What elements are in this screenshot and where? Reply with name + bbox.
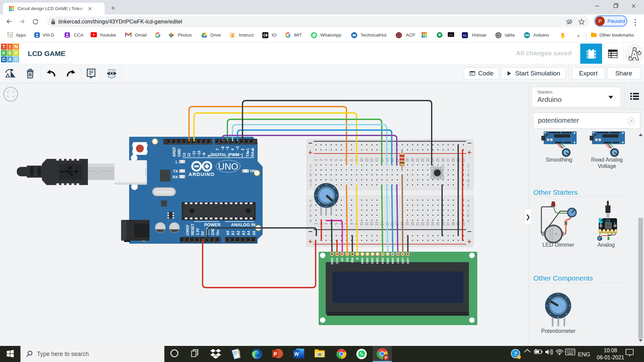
svg-text:A2: A2: [236, 231, 240, 235]
svg-text:A4: A4: [247, 231, 251, 235]
svg-text:23: 23: [426, 158, 430, 162]
svg-text:GND: GND: [330, 258, 334, 265]
svg-text:DB3: DB3: [376, 258, 379, 264]
svg-text:RS: RS: [345, 258, 349, 262]
svg-text:A: A: [8, 57, 12, 62]
svg-text:b: b: [467, 213, 470, 218]
svg-text:h: h: [310, 172, 312, 177]
svg-text:7: 7: [215, 148, 219, 150]
svg-text:POWER: POWER: [204, 222, 221, 227]
svg-text:SPK16.000G: SPK16.000G: [156, 190, 172, 194]
svg-text:12: 12: [370, 158, 374, 162]
svg-text:g: g: [467, 177, 470, 182]
svg-text:8: 8: [350, 159, 354, 161]
svg-text:?: ?: [514, 351, 517, 357]
svg-text:R: R: [14, 50, 18, 56]
svg-text:RESET: RESET: [191, 223, 195, 235]
svg-text:2: 2: [319, 159, 323, 161]
svg-text:~3: ~3: [235, 146, 239, 150]
svg-text:20: 20: [411, 158, 415, 162]
svg-text:DB4: DB4: [381, 258, 384, 264]
svg-text:UNO: UNO: [218, 162, 238, 172]
svg-text:T: T: [2, 44, 5, 49]
svg-text:LED: LED: [401, 258, 405, 264]
svg-text:1: 1: [314, 159, 318, 161]
svg-text:K: K: [2, 50, 6, 56]
svg-text:RX◂0: RX◂0: [251, 148, 255, 157]
svg-text:20: 20: [411, 222, 415, 226]
svg-text:19: 19: [406, 222, 409, 226]
svg-text:~5: ~5: [225, 146, 229, 150]
svg-text:d: d: [310, 203, 312, 208]
svg-text:i: i: [468, 168, 469, 173]
svg-text:ARDUINO: ARDUINO: [189, 172, 215, 177]
svg-text:V0: V0: [340, 258, 344, 261]
svg-text:~9: ~9: [202, 153, 206, 157]
svg-text:IFTTT: IFTTT: [449, 34, 453, 36]
svg-text:IOREF: IOREF: [185, 224, 190, 235]
svg-text:12: 12: [187, 153, 191, 157]
svg-text:4: 4: [230, 148, 234, 150]
svg-text:TX: TX: [173, 169, 178, 173]
svg-text:L: L: [175, 160, 178, 164]
svg-text:13: 13: [375, 158, 379, 162]
svg-text:Vin: Vin: [216, 230, 220, 235]
svg-text:P: P: [274, 351, 277, 357]
svg-text:E: E: [356, 258, 359, 260]
svg-text:10: 10: [360, 222, 364, 226]
svg-text:b: b: [310, 213, 312, 218]
svg-text:28: 28: [451, 158, 455, 162]
svg-text:8: 8: [350, 223, 354, 225]
svg-text:c: c: [310, 208, 312, 213]
svg-text:3: 3: [324, 223, 328, 225]
svg-text:I: I: [9, 44, 11, 49]
svg-text:GND: GND: [177, 149, 181, 157]
svg-text:a: a: [467, 218, 470, 223]
svg-text:A1: A1: [231, 231, 235, 235]
svg-text:27: 27: [446, 222, 450, 226]
svg-text:6: 6: [339, 159, 343, 161]
svg-text:c: c: [467, 208, 469, 213]
svg-text:ON: ON: [250, 169, 256, 173]
svg-text:d: d: [467, 203, 470, 208]
svg-text:13: 13: [375, 222, 379, 226]
svg-text:1: 1: [314, 223, 318, 225]
svg-text:25: 25: [436, 158, 440, 162]
svg-text:A0: A0: [226, 231, 230, 235]
svg-text:W: W: [294, 351, 299, 357]
svg-text:DB0: DB0: [361, 258, 364, 264]
svg-text:5: 5: [334, 159, 338, 161]
svg-text:DB7: DB7: [396, 258, 399, 264]
svg-text:i: i: [310, 168, 311, 173]
svg-text:24: 24: [431, 222, 435, 226]
svg-text:21: 21: [416, 222, 420, 226]
svg-text:COIN BATTERY: COIN BATTERY: [551, 226, 553, 242]
svg-text:C: C: [2, 57, 6, 62]
svg-text:25: 25: [436, 222, 440, 226]
svg-text:E: E: [8, 50, 11, 56]
svg-text:19: 19: [406, 158, 409, 162]
svg-text:3.3V: 3.3V: [196, 228, 200, 235]
svg-text:ANALOG IN: ANALOG IN: [231, 222, 256, 227]
svg-text:27: 27: [446, 158, 450, 162]
svg-text:28: 28: [451, 222, 455, 226]
svg-text:RW: RW: [351, 258, 354, 263]
svg-text:TX▸1: TX▸1: [246, 148, 250, 157]
svg-text:h: h: [467, 172, 470, 177]
svg-text:23: 23: [426, 222, 430, 226]
svg-text:5: 5: [334, 223, 338, 225]
svg-text:DB1: DB1: [366, 258, 369, 264]
svg-text:e: e: [467, 198, 469, 203]
svg-text:3: 3: [324, 159, 328, 161]
svg-text:11: 11: [365, 222, 369, 226]
svg-text:26: 26: [441, 158, 445, 162]
svg-text:12: 12: [370, 222, 374, 226]
svg-text:CR 2032: CR 2032: [549, 230, 551, 238]
svg-text:22: 22: [421, 158, 425, 162]
svg-text:5V: 5V: [201, 231, 205, 235]
svg-text:Ðh: Ðh: [463, 34, 467, 37]
svg-text:21: 21: [416, 158, 420, 162]
svg-text:DB6: DB6: [391, 258, 394, 264]
svg-text:DIGITAL (PWM~): DIGITAL (PWM~): [211, 153, 243, 157]
svg-text:4: 4: [329, 159, 333, 161]
